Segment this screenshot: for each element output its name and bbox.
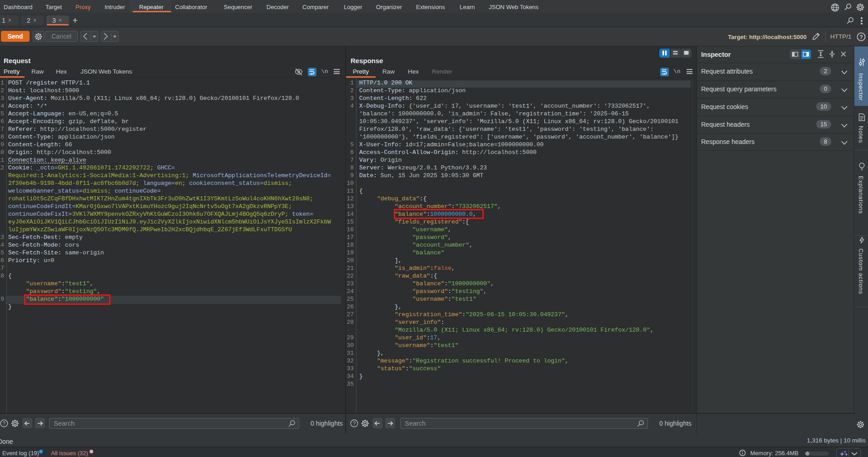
svg-text:?: ? bbox=[353, 421, 356, 426]
svg-text:?: ? bbox=[3, 421, 5, 426]
svg-text:?: ? bbox=[859, 34, 863, 40]
